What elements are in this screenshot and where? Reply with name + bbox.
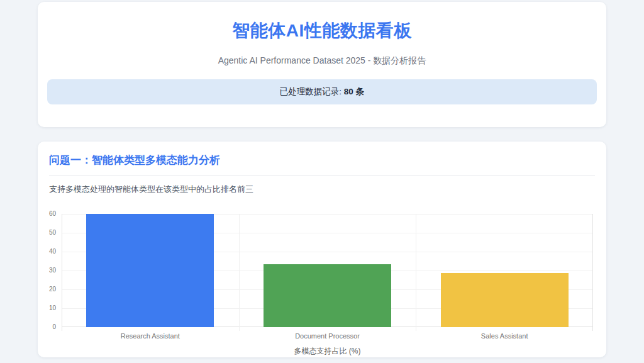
question-heading: 问题一：智能体类型多模态能力分析 xyxy=(49,153,595,176)
page-title: 智能体AI性能数据看板 xyxy=(47,21,597,41)
y-tick-label: 20 xyxy=(49,286,56,293)
question-description: 支持多模态处理的智能体类型在该类型中的占比排名前三 xyxy=(49,184,595,195)
chart-x-labels: Research AssistantDocument ProcessorSale… xyxy=(62,332,593,341)
chart-y-axis: 0102030405060 xyxy=(49,214,62,327)
bar-chart: 0102030405060 Research AssistantDocument… xyxy=(49,214,595,362)
y-tick-label: 60 xyxy=(49,211,56,217)
chart-plot-area xyxy=(62,214,593,327)
y-tick-label: 50 xyxy=(49,230,56,236)
page-subtitle: Agentic AI Performance Dataset 2025 - 数据… xyxy=(47,55,597,67)
x-category-label: Document Processor xyxy=(295,332,360,340)
chart-x-axis-title: 多模态支持占比 (%) xyxy=(62,346,593,357)
gridline-vertical xyxy=(416,214,416,331)
badge-unit: 条 xyxy=(356,87,365,96)
processed-records-badge: 已处理数据记录: 80 条 xyxy=(47,79,597,104)
x-category-label: Sales Assistant xyxy=(481,332,528,340)
chart-bar xyxy=(264,264,391,327)
badge-label: 已处理数据记录: xyxy=(280,87,341,96)
y-tick-label: 10 xyxy=(49,305,56,311)
gridline-vertical xyxy=(239,214,240,331)
page: 智能体AI性能数据看板 Agentic AI Performance Datas… xyxy=(38,0,606,357)
gridline-vertical xyxy=(592,214,593,331)
y-tick-label: 40 xyxy=(49,249,56,255)
chart-bar xyxy=(86,214,214,327)
chart-bar xyxy=(441,273,569,327)
gridline-vertical xyxy=(62,214,62,331)
header-card: 智能体AI性能数据看板 Agentic AI Performance Datas… xyxy=(38,2,606,127)
badge-count: 80 xyxy=(344,87,353,96)
y-tick-label: 0 xyxy=(52,324,56,330)
x-category-label: Research Assistant xyxy=(121,332,180,340)
y-tick-label: 30 xyxy=(49,267,56,274)
question-card: 问题一：智能体类型多模态能力分析 支持多模态处理的智能体类型在该类型中的占比排名… xyxy=(38,142,606,357)
